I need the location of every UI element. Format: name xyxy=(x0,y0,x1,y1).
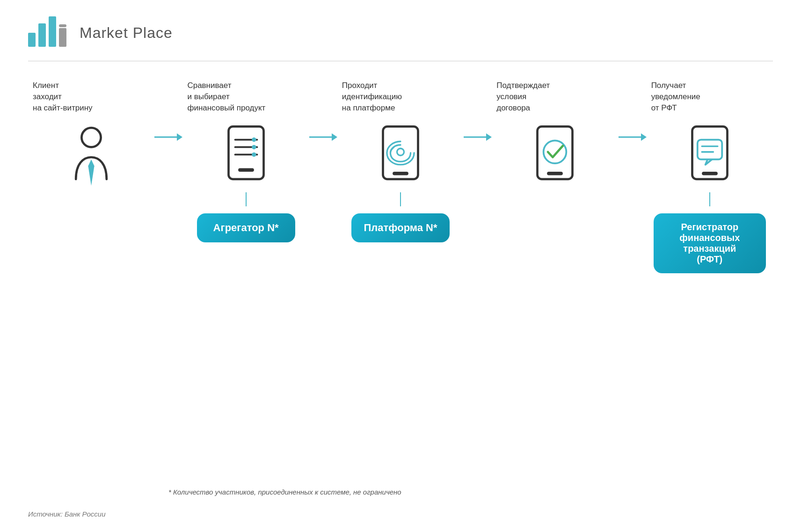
arrow-3 xyxy=(464,80,492,143)
svg-rect-4 xyxy=(59,24,66,27)
step-client-label: Клиентзаходитна сайт-витрину xyxy=(28,80,154,122)
svg-point-15 xyxy=(252,145,256,149)
svg-rect-2 xyxy=(49,16,56,47)
svg-rect-25 xyxy=(538,126,573,179)
svg-marker-6 xyxy=(88,160,95,186)
svg-rect-20 xyxy=(383,126,418,179)
server-device-icon xyxy=(218,122,274,192)
logo-title: Market Place xyxy=(80,24,173,42)
step-platform-label: Проходитидентификациюна платформе xyxy=(337,80,464,122)
svg-rect-17 xyxy=(238,168,254,172)
step-aggregator-label: Сравниваети выбираетфинансовый продукт xyxy=(182,80,309,122)
step-rft-block: Регистраторфинансовыхтранзакций(РФТ) xyxy=(654,122,766,273)
page: Market Place Клиентзаходитна сайт-витрин… xyxy=(0,0,801,532)
fingerprint-device-icon xyxy=(372,122,429,192)
logo-icon xyxy=(28,14,70,51)
connector-line-2 xyxy=(246,192,247,206)
svg-rect-27 xyxy=(547,172,563,175)
footnote: * Количество участников, присоединенных … xyxy=(164,488,773,496)
arrow-right-icon-4 xyxy=(619,131,647,143)
step-platform: Проходитидентификациюна платформе xyxy=(337,80,464,242)
step-client-icon xyxy=(63,122,119,192)
svg-rect-22 xyxy=(393,172,408,175)
svg-marker-29 xyxy=(641,133,647,141)
aggregator-card: Агрегатор N* xyxy=(197,213,295,242)
confirm-device-icon xyxy=(527,122,583,192)
step-confirm-icon xyxy=(527,122,583,192)
rft-card: Регистраторфинансовыхтранзакций(РФТ) xyxy=(654,213,766,273)
svg-rect-3 xyxy=(59,28,66,47)
platform-card: Платформа N* xyxy=(351,213,450,242)
svg-marker-9 xyxy=(177,133,182,141)
header: Market Place xyxy=(28,14,773,61)
connector-line-3 xyxy=(400,192,401,206)
svg-point-16 xyxy=(252,153,256,157)
step-aggregator: Сравниваети выбираетфинансовый продукт xyxy=(182,80,309,242)
svg-rect-31 xyxy=(698,140,722,160)
arrow-4 xyxy=(619,80,647,143)
main-content: Клиентзаходитна сайт-витрину xyxy=(28,80,773,518)
arrow-2 xyxy=(309,80,337,143)
arrow-right-icon-3 xyxy=(464,131,492,143)
notification-device-icon xyxy=(682,122,738,192)
connector-line-5 xyxy=(709,192,710,206)
step-notification-label: Получаетуведомлениеот РФТ xyxy=(647,80,773,122)
step-platform-block: Платформа N* xyxy=(351,122,450,242)
svg-point-21 xyxy=(397,148,404,155)
svg-marker-19 xyxy=(332,133,337,141)
arrow-right-icon xyxy=(154,131,182,143)
person-icon xyxy=(63,122,119,192)
source: Источник: Банк России xyxy=(28,510,773,518)
svg-marker-24 xyxy=(486,133,492,141)
step-confirm-label: Подтверждаетусловиядоговора xyxy=(492,80,618,122)
svg-rect-1 xyxy=(38,23,46,47)
svg-point-14 xyxy=(252,138,256,142)
step-aggregator-block: Агрегатор N* xyxy=(197,122,295,242)
logo-svg xyxy=(28,14,70,51)
step-notification: Получаетуведомлениеот РФТ xyxy=(647,80,773,273)
arrow-right-icon-2 xyxy=(309,131,337,143)
flow-row: Клиентзаходитна сайт-витрину xyxy=(28,80,773,479)
arrow-1 xyxy=(154,80,182,143)
svg-rect-34 xyxy=(702,172,718,175)
svg-rect-0 xyxy=(28,33,36,47)
step-client: Клиентзаходитна сайт-витрину xyxy=(28,80,154,192)
svg-point-5 xyxy=(82,128,101,147)
step-confirm: Подтверждаетусловиядоговора xyxy=(492,80,618,192)
